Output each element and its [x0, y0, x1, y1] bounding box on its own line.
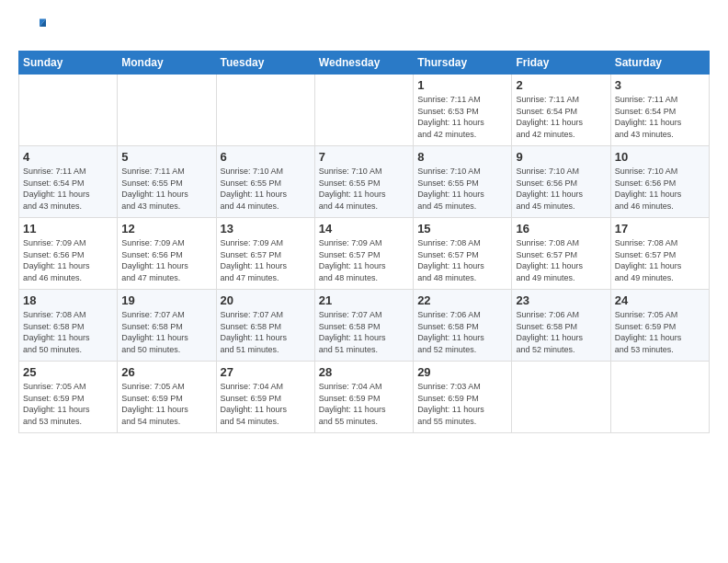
day-number: 10 [615, 150, 705, 164]
day-number: 25 [23, 365, 113, 379]
day-number: 13 [221, 222, 311, 236]
day-number: 3 [615, 78, 705, 92]
day-cell: 21Sunrise: 7:07 AMSunset: 6:58 PMDayligh… [314, 290, 413, 362]
day-number: 7 [319, 150, 409, 164]
day-number: 6 [221, 150, 311, 164]
header-cell-friday: Friday [512, 52, 610, 75]
day-cell [314, 75, 413, 146]
day-cell: 6Sunrise: 7:10 AMSunset: 6:55 PMDaylight… [216, 146, 314, 218]
day-info: Sunrise: 7:06 AMSunset: 6:58 PMDaylight:… [417, 309, 507, 355]
day-number: 20 [221, 293, 311, 307]
day-cell [216, 75, 314, 146]
day-info: Sunrise: 7:09 AMSunset: 6:56 PMDaylight:… [23, 237, 113, 283]
day-info: Sunrise: 7:11 AMSunset: 6:54 PMDaylight:… [516, 94, 606, 140]
day-cell: 24Sunrise: 7:05 AMSunset: 6:59 PMDayligh… [610, 290, 709, 362]
day-cell [512, 362, 610, 433]
day-number: 27 [221, 365, 311, 379]
day-info: Sunrise: 7:10 AMSunset: 6:55 PMDaylight:… [319, 166, 409, 212]
day-info: Sunrise: 7:07 AMSunset: 6:58 PMDaylight:… [221, 309, 311, 355]
day-number: 23 [516, 293, 606, 307]
header-cell-monday: Monday [118, 52, 216, 75]
day-cell: 4Sunrise: 7:11 AMSunset: 6:54 PMDaylight… [19, 146, 118, 218]
day-cell: 25Sunrise: 7:05 AMSunset: 6:59 PMDayligh… [19, 362, 118, 433]
day-cell [118, 75, 216, 146]
day-info: Sunrise: 7:10 AMSunset: 6:56 PMDaylight:… [516, 166, 606, 212]
day-cell: 2Sunrise: 7:11 AMSunset: 6:54 PMDaylight… [512, 75, 610, 146]
day-info: Sunrise: 7:07 AMSunset: 6:58 PMDaylight:… [319, 309, 409, 355]
header-row: SundayMondayTuesdayWednesdayThursdayFrid… [19, 52, 710, 75]
day-info: Sunrise: 7:07 AMSunset: 6:58 PMDaylight:… [121, 309, 211, 355]
day-info: Sunrise: 7:04 AMSunset: 6:59 PMDaylight:… [319, 381, 409, 427]
day-info: Sunrise: 7:06 AMSunset: 6:58 PMDaylight:… [516, 309, 606, 355]
day-number: 2 [516, 78, 606, 92]
calendar-container: SundayMondayTuesdayWednesdayThursdayFrid… [0, 0, 728, 442]
day-cell: 19Sunrise: 7:07 AMSunset: 6:58 PMDayligh… [118, 290, 216, 362]
day-cell: 11Sunrise: 7:09 AMSunset: 6:56 PMDayligh… [19, 218, 118, 290]
day-cell: 23Sunrise: 7:06 AMSunset: 6:58 PMDayligh… [512, 290, 610, 362]
day-cell [610, 362, 709, 433]
day-number: 9 [516, 150, 606, 164]
week-row-3: 11Sunrise: 7:09 AMSunset: 6:56 PMDayligh… [19, 218, 710, 290]
day-number: 29 [417, 365, 507, 379]
day-number: 24 [615, 293, 705, 307]
day-info: Sunrise: 7:10 AMSunset: 6:55 PMDaylight:… [417, 166, 507, 212]
day-info: Sunrise: 7:11 AMSunset: 6:54 PMDaylight:… [23, 166, 113, 212]
day-number: 26 [121, 365, 211, 379]
day-number: 12 [121, 222, 211, 236]
calendar-table: SundayMondayTuesdayWednesdayThursdayFrid… [18, 51, 710, 433]
day-number: 8 [417, 150, 507, 164]
logo [18, 14, 46, 43]
day-info: Sunrise: 7:10 AMSunset: 6:55 PMDaylight:… [221, 166, 311, 212]
day-info: Sunrise: 7:08 AMSunset: 6:57 PMDaylight:… [417, 237, 507, 283]
day-cell: 12Sunrise: 7:09 AMSunset: 6:56 PMDayligh… [118, 218, 216, 290]
day-info: Sunrise: 7:11 AMSunset: 6:55 PMDaylight:… [121, 166, 211, 212]
day-cell: 7Sunrise: 7:10 AMSunset: 6:55 PMDaylight… [314, 146, 413, 218]
day-cell: 13Sunrise: 7:09 AMSunset: 6:57 PMDayligh… [216, 218, 314, 290]
day-number: 5 [121, 150, 211, 164]
week-row-5: 25Sunrise: 7:05 AMSunset: 6:59 PMDayligh… [19, 362, 710, 433]
day-cell: 17Sunrise: 7:08 AMSunset: 6:57 PMDayligh… [610, 218, 709, 290]
header-cell-thursday: Thursday [414, 52, 512, 75]
day-cell: 27Sunrise: 7:04 AMSunset: 6:59 PMDayligh… [216, 362, 314, 433]
header-cell-wednesday: Wednesday [314, 52, 413, 75]
day-cell: 26Sunrise: 7:05 AMSunset: 6:59 PMDayligh… [118, 362, 216, 433]
day-info: Sunrise: 7:09 AMSunset: 6:57 PMDaylight:… [319, 237, 409, 283]
day-cell: 3Sunrise: 7:11 AMSunset: 6:54 PMDaylight… [610, 75, 709, 146]
day-cell: 18Sunrise: 7:08 AMSunset: 6:58 PMDayligh… [19, 290, 118, 362]
day-number: 15 [417, 222, 507, 236]
day-cell [19, 75, 118, 146]
day-cell: 28Sunrise: 7:04 AMSunset: 6:59 PMDayligh… [314, 362, 413, 433]
day-info: Sunrise: 7:09 AMSunset: 6:56 PMDaylight:… [121, 237, 211, 283]
day-info: Sunrise: 7:11 AMSunset: 6:53 PMDaylight:… [417, 94, 507, 140]
logo-icon [20, 14, 46, 40]
day-cell: 9Sunrise: 7:10 AMSunset: 6:56 PMDaylight… [512, 146, 610, 218]
week-row-4: 18Sunrise: 7:08 AMSunset: 6:58 PMDayligh… [19, 290, 710, 362]
day-cell: 1Sunrise: 7:11 AMSunset: 6:53 PMDaylight… [414, 75, 512, 146]
day-cell: 14Sunrise: 7:09 AMSunset: 6:57 PMDayligh… [314, 218, 413, 290]
day-info: Sunrise: 7:08 AMSunset: 6:57 PMDaylight:… [516, 237, 606, 283]
day-info: Sunrise: 7:09 AMSunset: 6:57 PMDaylight:… [221, 237, 311, 283]
day-cell: 16Sunrise: 7:08 AMSunset: 6:57 PMDayligh… [512, 218, 610, 290]
day-info: Sunrise: 7:11 AMSunset: 6:54 PMDaylight:… [615, 94, 705, 140]
day-number: 28 [319, 365, 409, 379]
day-number: 18 [23, 293, 113, 307]
day-cell: 22Sunrise: 7:06 AMSunset: 6:58 PMDayligh… [414, 290, 512, 362]
day-number: 14 [319, 222, 409, 236]
header [18, 14, 710, 43]
day-info: Sunrise: 7:08 AMSunset: 6:57 PMDaylight:… [615, 237, 705, 283]
day-number: 19 [121, 293, 211, 307]
day-info: Sunrise: 7:08 AMSunset: 6:58 PMDaylight:… [23, 309, 113, 355]
day-info: Sunrise: 7:10 AMSunset: 6:56 PMDaylight:… [615, 166, 705, 212]
day-number: 22 [417, 293, 507, 307]
day-cell: 8Sunrise: 7:10 AMSunset: 6:55 PMDaylight… [414, 146, 512, 218]
day-info: Sunrise: 7:05 AMSunset: 6:59 PMDaylight:… [121, 381, 211, 427]
header-cell-sunday: Sunday [19, 52, 118, 75]
header-cell-saturday: Saturday [610, 52, 709, 75]
day-cell: 20Sunrise: 7:07 AMSunset: 6:58 PMDayligh… [216, 290, 314, 362]
week-row-1: 1Sunrise: 7:11 AMSunset: 6:53 PMDaylight… [19, 75, 710, 146]
day-number: 4 [23, 150, 113, 164]
day-number: 17 [615, 222, 705, 236]
day-info: Sunrise: 7:05 AMSunset: 6:59 PMDaylight:… [23, 381, 113, 427]
day-number: 16 [516, 222, 606, 236]
day-number: 21 [319, 293, 409, 307]
